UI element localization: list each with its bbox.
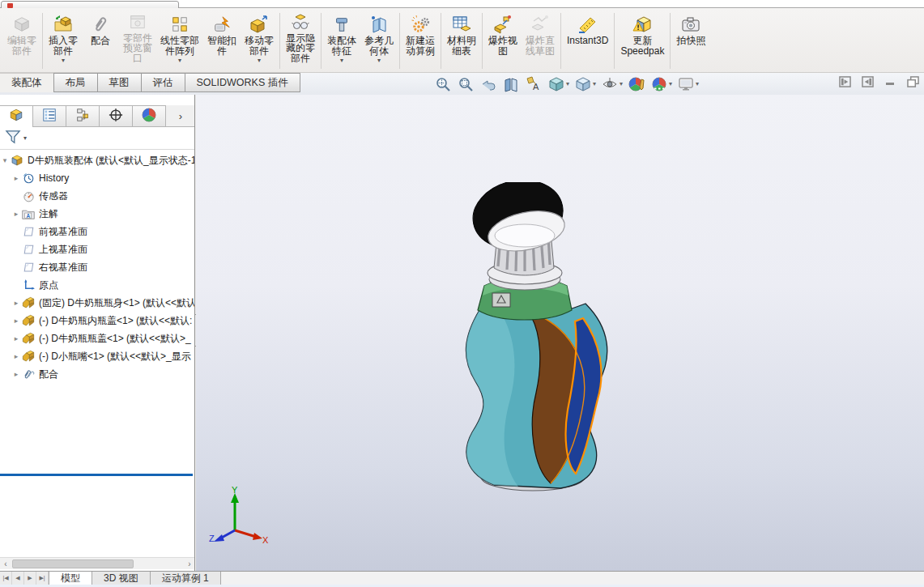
tree-item[interactable]: 传感器 [0,187,195,205]
tree-item[interactable]: 上视基准面 [0,240,195,258]
motion-study-button[interactable]: 新建运动算例 [402,10,439,72]
command-tab-layout[interactable]: 布局 [53,73,98,92]
bottom-tab-3d-views[interactable]: 3D 视图 [92,572,151,585]
smart-fasteners-button[interactable]: 智能扣件 [203,10,241,72]
command-tab-evaluate[interactable]: 评估 [141,73,185,92]
filter-dropdown-arrow[interactable]: ▾ [23,134,27,142]
dropdown-arrow-icon[interactable]: ▾ [669,80,672,87]
tab-nav-button-1[interactable]: ◀ [12,572,24,585]
instant3d-button[interactable]: Instant3D [563,10,612,72]
tab-nav-button-0[interactable]: |◀ [0,572,12,585]
rollback-bar[interactable] [0,474,193,476]
tree-item[interactable]: ▸(-) D小瓶嘴<1> (默认<<默认>_显示 [0,347,195,365]
restore-button[interactable] [906,75,919,87]
view-settings-button[interactable]: ▾ [677,75,699,93]
bottom-tab-model[interactable]: 模型 [49,572,92,585]
tree-item[interactable]: ▸(-) D牛奶瓶瓶盖<1> (默认<<默认>_ [0,330,195,347]
tab-nav-button-3[interactable]: ▶| [36,572,49,585]
mate-button[interactable]: 配合 [82,10,119,72]
zoom-to-area-icon [457,75,475,93]
expand-arrow-icon[interactable]: ▸ [11,299,21,307]
dropdown-arrow-icon[interactable]: ▾ [566,80,569,87]
ribbon-group: 更新Speedpak [616,10,668,72]
panel-tabs-overflow-arrow[interactable]: › [166,105,195,126]
dropdown-arrow-icon[interactable]: ▾ [593,80,596,87]
scrollbar-thumb[interactable] [12,559,134,568]
display-style-button[interactable]: ▾ [574,75,596,93]
dropdown-arrow-icon[interactable]: ▾ [696,80,699,87]
dropdown-arrow-icon[interactable]: ▾ [258,57,261,65]
reference-geometry-button[interactable]: 参考几何体▾ [360,10,398,72]
expand-arrow-icon[interactable]: ▸ [11,334,21,342]
dropdown-arrow-icon[interactable]: ▾ [178,57,181,65]
feature-manager-tab[interactable] [0,105,33,127]
tree-item[interactable]: ▸配合 [0,365,195,383]
assembly-features-button[interactable]: 装配体特征▾ [323,10,360,72]
view-orientation-button[interactable]: ▾ [547,75,569,93]
tree-item[interactable]: ▸History [0,169,195,187]
dropdown-arrow-icon[interactable]: ▾ [377,57,381,65]
tree-item[interactable]: 原点 [0,276,195,294]
history-icon [21,172,36,185]
dropdown-arrow-icon[interactable]: ▾ [620,80,623,87]
zoom-to-area-button[interactable] [457,75,475,93]
graphics-viewport[interactable]: Y X Z [196,95,924,571]
dropdown-arrow-icon[interactable]: ▾ [340,57,343,65]
dimxpert-tab[interactable] [99,105,133,127]
ribbon-button-label: 编辑零 [7,36,36,46]
expand-arrow-icon[interactable]: ▸ [11,317,21,325]
speedpak-button[interactable]: 更新Speedpak [616,10,668,72]
bom-button[interactable]: 材料明细表 [443,10,480,72]
display-manager-tab[interactable] [132,105,166,127]
ribbon-button-label: 部件 [249,46,269,57]
expand-arrow-icon[interactable]: ▸ [11,210,21,218]
move-component-button[interactable]: 移动零部件▾ [241,10,278,72]
tree-item[interactable]: ▸(-) D牛奶瓶内瓶盖<1> (默认<<默认: [0,312,195,330]
show-hidden-button[interactable]: 显示隐藏的零部件 [282,10,319,72]
expand-arrow-icon[interactable]: ▸ [11,370,21,378]
property-manager-tab[interactable] [32,105,66,127]
display-manager-tab-icon [141,107,157,126]
configuration-manager-tab[interactable] [66,105,100,127]
annotation-views-button[interactable]: A [525,75,543,93]
expand-arrow-icon[interactable]: ▾ [0,156,10,164]
exploded-view-button[interactable]: 爆炸视图 [484,10,522,72]
edit-appearance-button[interactable] [628,75,645,93]
dropdown-arrow-icon[interactable]: ▾ [62,57,65,65]
ribbon-group: 装配体特征▾参考几何体▾ [323,10,398,72]
ribbon-button-label: Instant3D [567,36,608,46]
collapse-right-pane-button[interactable] [861,75,874,87]
tree-item[interactable]: 前视基准面 [0,223,195,240]
tab-nav-button-2[interactable]: ▶ [24,572,36,585]
hide-show-items-button[interactable]: ▾ [601,75,623,93]
bottom-tab-motion-study-1[interactable]: 运动算例 1 [151,572,221,585]
assembly-features-icon [333,13,351,36]
zoom-fit-button[interactable] [434,75,452,93]
ribbon-group-separator [560,13,561,69]
linear-pattern-button[interactable]: 线性零部件阵列▾ [156,10,203,72]
collapse-left-pane-button[interactable] [838,75,851,87]
section-view-button[interactable] [502,75,520,93]
filter-funnel-icon[interactable] [5,130,21,147]
previous-view-button[interactable] [479,75,497,93]
tree-item[interactable]: ▸A注解 [0,205,195,223]
command-tab-addins[interactable]: SOLIDWORKS 插件 [185,73,300,92]
show-hidden-icon [291,13,310,33]
tree-horizontal-scrollbar[interactable]: ‹ › [0,557,195,569]
command-tab-assembly[interactable]: 装配体 [0,73,54,92]
snapshot-button[interactable]: 拍快照 [672,10,709,72]
tree-item[interactable]: ▸(固定) D牛奶瓶瓶身<1> (默认<<默认 [0,294,195,312]
tree-item[interactable]: 右视基准面 [0,258,195,276]
milk-bottle-model[interactable] [453,182,648,506]
minimize-button[interactable] [884,75,896,87]
expand-arrow-icon[interactable]: ▸ [11,352,21,360]
expand-arrow-icon[interactable]: ▸ [11,174,21,182]
scroll-left-button[interactable]: ‹ [0,559,11,569]
command-tab-row: 装配体布局草图评估SOLIDWORKS 插件 A▾▾▾▾▾ [0,73,924,95]
scroll-right-button[interactable]: › [184,559,195,569]
apply-scene-button[interactable]: ▾ [650,75,672,93]
command-tab-sketch[interactable]: 草图 [97,73,142,92]
tree-root-assembly[interactable]: ▾D牛奶瓶装配体 (默认<默认_显示状态-1> [0,151,195,169]
insert-component-button[interactable]: 插入零部件▾ [45,10,82,72]
tree-item-label: 配合 [39,368,58,381]
